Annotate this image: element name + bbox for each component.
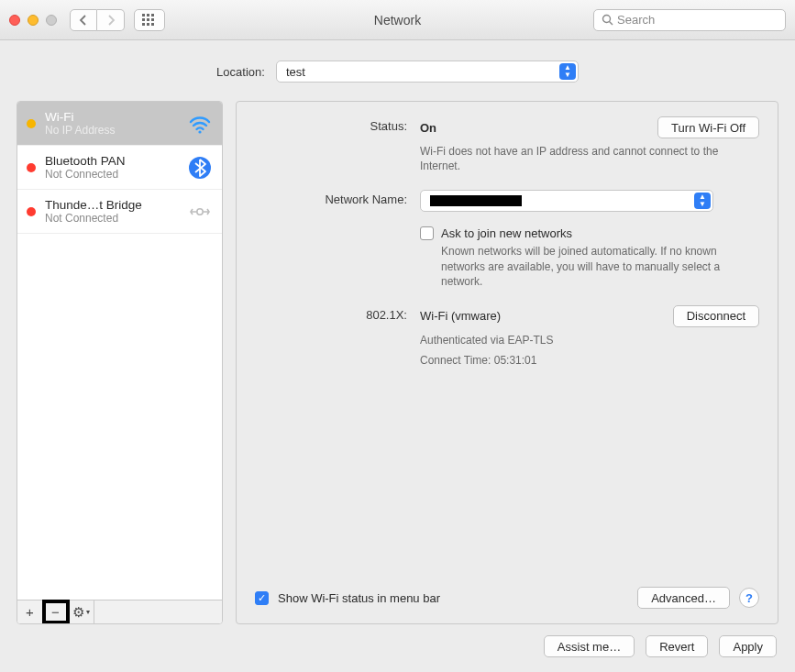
sidebar-item-name: Thunde…t Bridge: [45, 198, 178, 212]
search-field[interactable]: Search: [593, 9, 786, 31]
stepper-icon: ▲▼: [694, 193, 711, 209]
close-window-button[interactable]: [9, 15, 20, 26]
stepper-icon: ▲▼: [559, 63, 576, 80]
minimize-window-button[interactable]: [28, 15, 39, 26]
toggle-wifi-button[interactable]: Turn Wi-Fi Off: [657, 116, 759, 138]
search-placeholder: Search: [617, 13, 655, 27]
service-list: Wi-Fi No IP Address Bluetooth PAN Not Co…: [17, 102, 222, 600]
sidebar-item-wifi[interactable]: Wi-Fi No IP Address: [17, 102, 222, 146]
titlebar: Network Search: [0, 0, 795, 40]
revert-button[interactable]: Revert: [646, 635, 708, 657]
location-value: test: [286, 65, 305, 79]
footer: Assist me… Revert Apply: [0, 624, 795, 672]
network-name-select[interactable]: ▲▼: [420, 190, 713, 212]
assist-me-button[interactable]: Assist me…: [544, 635, 635, 657]
search-icon: [602, 14, 613, 26]
nav-buttons: [70, 9, 125, 31]
svg-rect-6: [142, 23, 145, 26]
svg-point-13: [197, 208, 203, 214]
show-wifi-menubar-checkbox[interactable]: ✓: [255, 591, 269, 605]
svg-rect-3: [142, 18, 145, 21]
detail-panel: Status: On Turn Wi-Fi Off Wi-Fi does not…: [236, 101, 778, 624]
show-all-button[interactable]: [134, 9, 165, 31]
apply-button[interactable]: Apply: [719, 635, 777, 657]
grid-icon: [142, 14, 157, 27]
sidebar-item-sub: Not Connected: [45, 168, 178, 181]
panel-bottom-bar: ✓ Show Wi-Fi status in menu bar Advanced…: [255, 587, 759, 609]
back-button[interactable]: [70, 9, 97, 31]
location-row: Location: test ▲▼: [0, 40, 795, 92]
dot1x-profile: Wi-Fi (vmware): [420, 309, 501, 323]
status-dot: [27, 163, 36, 172]
dot1x-connect-time: Connect Time: 05:31:01: [420, 353, 759, 368]
status-value: On: [420, 121, 436, 135]
dot1x-disconnect-button[interactable]: Disconnect: [673, 305, 759, 327]
network-name-label: Network Name:: [255, 190, 420, 206]
svg-rect-2: [151, 14, 154, 17]
sidebar-item-thunderbolt-bridge[interactable]: Thunde…t Bridge Not Connected: [17, 190, 222, 234]
show-wifi-menubar-label: Show Wi-Fi status in menu bar: [278, 591, 440, 605]
thunderbolt-bridge-icon: [187, 199, 213, 225]
sidebar-item-sub: Not Connected: [45, 212, 178, 225]
zoom-window-button[interactable]: [46, 15, 57, 26]
chevron-left-icon: [79, 15, 88, 26]
dot1x-row: 802.1X: Wi-Fi (vmware) Disconnect Authen…: [255, 305, 759, 368]
wifi-icon: [187, 111, 213, 137]
bluetooth-icon: [187, 155, 213, 181]
status-dot: [27, 119, 36, 128]
svg-point-9: [603, 16, 611, 23]
dot1x-auth-line: Authenticated via EAP-TLS: [420, 333, 759, 347]
svg-rect-7: [147, 23, 149, 26]
sidebar-item-name: Wi-Fi: [45, 110, 178, 124]
status-row: Status: On Turn Wi-Fi Off Wi-Fi does not…: [255, 116, 759, 173]
svg-rect-0: [142, 14, 145, 17]
svg-rect-4: [147, 18, 149, 21]
sidebar-item-sub: No IP Address: [45, 124, 178, 137]
status-dot: [27, 207, 36, 216]
sidebar-item-bluetooth-pan[interactable]: Bluetooth PAN Not Connected: [17, 146, 222, 190]
network-name-row: Network Name: ▲▼ Ask to join new network…: [255, 190, 759, 289]
ask-to-join-description: Known networks will be joined automatica…: [441, 244, 725, 289]
traffic-lights: [9, 15, 57, 26]
service-sidebar: Wi-Fi No IP Address Bluetooth PAN Not Co…: [17, 101, 223, 624]
prefs-window: Network Search Location: test ▲▼ Wi-Fi N…: [0, 0, 795, 672]
status-description: Wi-Fi does not have an IP address and ca…: [420, 144, 759, 173]
advanced-button[interactable]: Advanced…: [637, 587, 730, 609]
remove-service-button[interactable]: −: [43, 600, 69, 623]
sidebar-toolbar: + − ⚙︎▾: [17, 600, 222, 623]
ask-to-join-checkbox[interactable]: [420, 226, 434, 240]
status-label: Status:: [255, 116, 420, 133]
location-select[interactable]: test ▲▼: [276, 61, 579, 83]
add-service-button[interactable]: +: [17, 600, 43, 623]
svg-point-11: [198, 130, 201, 133]
help-button[interactable]: ?: [739, 588, 759, 608]
svg-rect-8: [151, 23, 154, 26]
chevron-down-icon: ▾: [86, 608, 90, 616]
forward-button[interactable]: [97, 9, 125, 31]
gear-icon: ⚙︎: [72, 604, 84, 621]
ask-to-join-label: Ask to join new networks: [441, 226, 725, 240]
dot1x-label: 802.1X:: [255, 305, 420, 322]
body: Wi-Fi No IP Address Bluetooth PAN Not Co…: [0, 92, 795, 624]
network-name-value-redacted: [430, 195, 522, 206]
sidebar-item-name: Bluetooth PAN: [45, 154, 178, 168]
svg-rect-5: [151, 18, 154, 21]
location-label: Location:: [216, 65, 265, 79]
svg-rect-1: [147, 14, 149, 17]
service-actions-button[interactable]: ⚙︎▾: [69, 600, 94, 623]
chevron-right-icon: [106, 15, 116, 26]
svg-line-10: [610, 22, 613, 26]
